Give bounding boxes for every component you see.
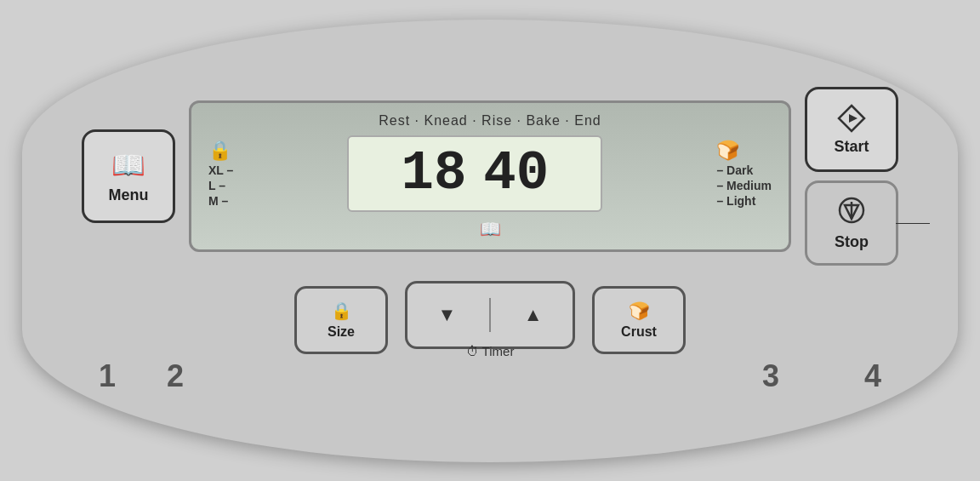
- number-label-1: 1: [99, 358, 116, 394]
- crust-medium: – Medium: [716, 179, 772, 192]
- stop-button[interactable]: Stop: [805, 180, 898, 266]
- stop-label: Stop: [835, 233, 869, 251]
- timer-group-wrapper: ▼ ▲ ⏱ Timer: [405, 281, 575, 358]
- book-icon: 📖: [111, 149, 145, 181]
- timer-up-button[interactable]: ▲: [524, 304, 543, 326]
- size-l: L –: [208, 179, 233, 192]
- timer-label: Timer: [482, 344, 515, 358]
- stop-icon: [837, 196, 866, 228]
- start-icon: [837, 104, 866, 133]
- bread-icon: 🍞: [716, 140, 739, 162]
- size-button[interactable]: 🔒 Size: [294, 286, 388, 354]
- crust-labels: – Dark – Medium – Light: [716, 163, 772, 208]
- size-xl: XL –: [208, 163, 233, 177]
- crust-button-icon: 🍞: [629, 301, 650, 321]
- display-number-right: 40: [483, 146, 549, 201]
- crust-light: – Light: [716, 194, 772, 208]
- display-steps: Rest · Knead · Rise · Bake · End: [379, 113, 601, 129]
- bottom-section: 🔒 Size ▼ ▲ ⏱ Timer: [82, 281, 898, 394]
- stop-connector-line: [896, 223, 930, 224]
- start-button[interactable]: Start: [805, 87, 898, 172]
- display-left: 🔒 XL – L – M –: [208, 140, 233, 208]
- timer-divider: [489, 298, 491, 332]
- menu-button[interactable]: 📖 Menu: [82, 129, 175, 223]
- timer-down-button[interactable]: ▼: [437, 304, 456, 326]
- display-right: 🍞 – Dark – Medium – Light: [716, 140, 772, 208]
- timer-button-group[interactable]: ▼ ▲: [405, 281, 575, 349]
- timer-label-row: ⏱ Timer: [466, 344, 515, 358]
- number-label-4: 4: [864, 358, 881, 394]
- panel-inner: 📖 Menu Rest · Knead · Rise · Bake · End …: [82, 87, 898, 394]
- crust-dark: – Dark: [716, 163, 772, 177]
- stop-circle-svg: [837, 196, 866, 225]
- number-label-2: 2: [167, 358, 184, 394]
- size-button-label: Size: [328, 324, 355, 340]
- crust-button-label: Crust: [621, 324, 657, 340]
- display-panel: Rest · Knead · Rise · Bake · End 🔒 XL – …: [189, 100, 791, 252]
- timer-clock-icon: ⏱: [466, 344, 479, 358]
- size-button-icon: 🔒: [331, 301, 352, 321]
- right-buttons: Start Stop: [805, 87, 898, 266]
- display-number-left: 18: [402, 146, 467, 201]
- main-panel: 📖 Menu Rest · Knead · Rise · Bake · End …: [22, 20, 958, 462]
- display-screen: 18 40: [347, 135, 602, 212]
- bottom-row: 🔒 Size ▼ ▲ ⏱ Timer: [82, 281, 898, 358]
- number-labels: 1 2 3 4: [82, 358, 898, 394]
- start-label: Start: [834, 138, 869, 156]
- size-icon: 🔒: [208, 140, 231, 162]
- size-m: M –: [208, 194, 233, 208]
- svg-marker-1: [849, 114, 858, 123]
- start-diamond-svg: [837, 104, 866, 133]
- top-row: 📖 Menu Rest · Knead · Rise · Bake · End …: [82, 87, 898, 266]
- crust-button[interactable]: 🍞 Crust: [592, 286, 686, 354]
- number-label-3: 3: [762, 358, 779, 394]
- display-bottom-book-icon: 📖: [480, 219, 501, 239]
- size-labels: XL – L – M –: [208, 163, 233, 208]
- display-body: 🔒 XL – L – M – 18 40 🍞: [208, 135, 772, 212]
- menu-label: Menu: [109, 186, 149, 204]
